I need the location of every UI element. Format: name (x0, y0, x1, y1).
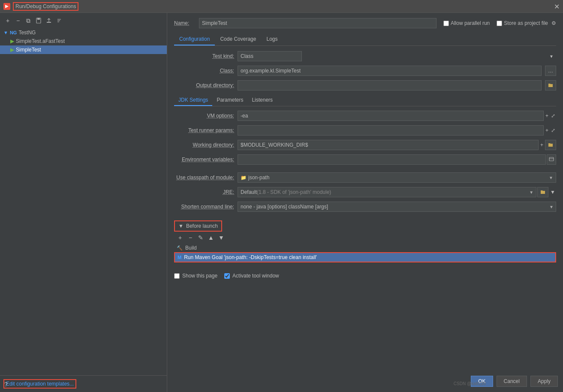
store-project-row: Store as project file ⚙ (497, 20, 556, 26)
build-icon: 🔨 (177, 245, 183, 251)
vm-options-label: VM options: (174, 113, 234, 119)
tree-item-label: SimpleTest.aFastTest (16, 38, 65, 44)
test-kind-select[interactable]: Class Method Package Suite (238, 51, 302, 61)
tree-item-run-icon-selected: ▶ (10, 47, 14, 53)
right-panel: Name: Allow parallel run Store as projec… (167, 13, 563, 392)
name-label: Name: (174, 20, 196, 26)
gear-icon[interactable]: ⚙ (551, 20, 556, 26)
before-launch-down-button[interactable]: ▼ (217, 233, 226, 242)
cancel-button[interactable]: Cancel (497, 376, 527, 387)
before-launch-maven-item[interactable]: M Run Maven Goal 'json-path: -DskipTests… (174, 252, 556, 262)
class-row: Class: … (174, 66, 556, 76)
env-vars-browse-button[interactable] (547, 154, 556, 165)
remove-config-button[interactable]: − (14, 16, 22, 25)
test-kind-dropdown-arrow: ▼ (549, 54, 554, 59)
tab-code-coverage[interactable]: Code Coverage (215, 33, 261, 45)
save-config-button[interactable] (34, 16, 43, 25)
apply-button[interactable]: Apply (530, 376, 558, 387)
show-page-checkbox[interactable] (174, 273, 180, 279)
jre-browse-button[interactable] (537, 187, 548, 197)
before-launch-add-button[interactable]: + (176, 233, 184, 242)
test-runner-expand-button[interactable]: ⤢ (550, 127, 556, 134)
output-dir-label: Output directory: (174, 82, 234, 88)
activate-tool-checkbox[interactable] (224, 273, 230, 279)
working-dir-add-button[interactable]: + (539, 141, 544, 149)
before-launch-build-item: 🔨 Build (174, 244, 556, 252)
output-dir-input[interactable] (238, 80, 542, 90)
before-launch-header[interactable]: ▼ Before launch (174, 220, 222, 232)
module-folder-icon: 📁 (241, 175, 247, 181)
show-page-label: Show this page (182, 273, 217, 279)
tree-group-label: TestNG (18, 30, 36, 36)
class-browse-button[interactable]: … (545, 66, 556, 76)
vm-options-expand-button[interactable]: ⤢ (550, 112, 556, 120)
vm-options-add-button[interactable]: + (545, 112, 549, 120)
env-vars-label: Environment variables: (174, 157, 234, 163)
subtab-jdk-settings[interactable]: JDK Settings (174, 95, 212, 106)
module-dropdown-arrow: ▼ (549, 175, 553, 180)
jre-dropdown-button[interactable]: ▼ (549, 188, 556, 196)
jre-default-text: Default (241, 189, 257, 195)
copy-config-button[interactable]: ⧉ (24, 16, 33, 25)
classpath-module-value: json-path (248, 175, 547, 181)
svg-rect-7 (549, 157, 554, 161)
shorten-cmd-row: Shorten command line: none - java [optio… (174, 202, 556, 212)
before-launch-remove-button[interactable]: − (186, 233, 195, 242)
tab-configuration[interactable]: Configuration (174, 33, 215, 45)
class-input[interactable] (238, 66, 542, 76)
allow-parallel-label: Allow parallel run (451, 20, 490, 26)
tree-item-run-icon: ▶ (10, 38, 14, 44)
store-project-checkbox[interactable] (497, 21, 502, 26)
add-config-button[interactable]: + (3, 16, 12, 25)
working-dir-input[interactable] (238, 140, 539, 150)
test-runner-label: Test runner params: (174, 127, 234, 133)
allow-parallel-row: Allow parallel run (443, 20, 490, 26)
tree-group-testng: ▼ NG TestNG (0, 28, 167, 37)
subtab-parameters[interactable]: Parameters (212, 95, 247, 106)
classpath-module-dropdown[interactable]: 📁 json-path ▼ (238, 172, 556, 183)
tree-item-simpletest[interactable]: ▶ SimpleTest (0, 45, 167, 54)
test-runner-add-button[interactable]: + (545, 127, 549, 134)
share-config-button[interactable] (45, 16, 53, 25)
close-button[interactable]: ✕ (554, 2, 560, 10)
env-vars-input-area (238, 154, 556, 165)
env-vars-row: Environment variables: (174, 154, 556, 165)
main-tabs: Configuration Code Coverage Logs (174, 33, 556, 46)
class-label: Class: (174, 68, 234, 74)
sort-config-button[interactable] (55, 16, 63, 25)
test-runner-row: Test runner params: + ⤢ (174, 125, 556, 136)
tree-item-simpletest-afasttest[interactable]: ▶ SimpleTest.aFastTest (0, 37, 167, 45)
output-dir-browse-button[interactable] (545, 80, 556, 90)
before-launch-up-button[interactable]: ▲ (207, 233, 215, 242)
name-input[interactable] (199, 18, 437, 28)
test-runner-input[interactable] (238, 125, 544, 136)
name-row: Name: Allow parallel run Store as projec… (174, 18, 556, 28)
tab-logs[interactable]: Logs (261, 33, 283, 45)
edit-templates-link[interactable]: Edit configuration templates... (3, 379, 76, 389)
subtab-listeners[interactable]: Listeners (247, 95, 277, 106)
test-kind-label: Test kind: (174, 53, 234, 59)
shorten-cmd-select[interactable]: none - java [options] className [args] J… (238, 202, 556, 212)
working-dir-browse-button[interactable] (545, 140, 556, 150)
dialog-title: Run/Debug Configurations (13, 2, 78, 11)
jre-label: JRE: (174, 189, 234, 195)
left-bottom: Edit configuration templates... (0, 375, 167, 392)
jre-dim-text: (1.8 - SDK of 'json-path' module) (257, 189, 331, 195)
vm-options-input-area: + ⤢ (238, 111, 556, 121)
help-icon[interactable]: ? (4, 381, 8, 388)
before-launch-section: ▼ Before launch + − ✎ ▲ ▼ 🔨 Build M Run … (174, 220, 556, 262)
jre-dropdown-arrow: ▼ (529, 190, 533, 195)
jre-select[interactable]: Default (1.8 - SDK of 'json-path' module… (238, 187, 536, 197)
jre-input-area: Default (1.8 - SDK of 'json-path' module… (238, 187, 556, 197)
bottom-options: Show this page Activate tool window (174, 269, 556, 279)
working-dir-label: Working directory: (174, 142, 234, 148)
test-kind-row: Test kind: Class Method Package Suite ▼ (174, 51, 556, 61)
vm-options-input[interactable] (238, 111, 544, 121)
title-bar: Run/Debug Configurations ✕ (0, 0, 563, 13)
watermark: CSDN @kalil230 (454, 381, 486, 386)
before-launch-collapse-icon: ▼ (178, 223, 184, 229)
env-vars-input[interactable] (238, 154, 546, 165)
before-launch-edit-button[interactable]: ✎ (196, 233, 205, 242)
allow-parallel-checkbox[interactable] (443, 21, 449, 26)
left-panel: + − ⧉ ▼ NG TestNG ▶ SimpleTest.aFastTest (0, 13, 167, 392)
